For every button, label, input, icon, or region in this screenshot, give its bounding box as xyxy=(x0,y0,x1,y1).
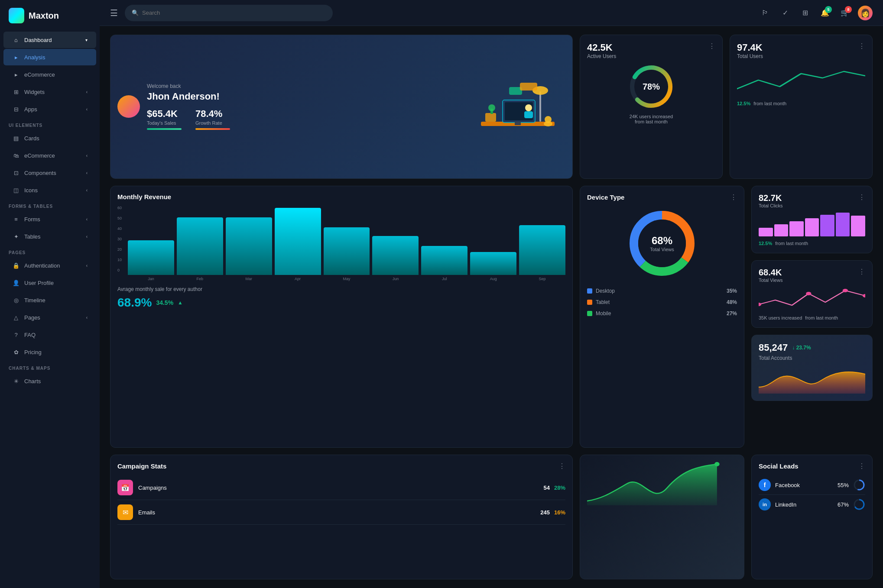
x-label: Mar xyxy=(226,277,272,281)
social-leads-title: Social Leads xyxy=(759,462,799,470)
sidebar-item-widgets[interactable]: ⊞ Widgets ‹ xyxy=(3,84,96,100)
sidebar-item-timeline[interactable]: ◎ Timeline xyxy=(3,292,96,308)
sidebar-item-user-profile[interactable]: 👤 User Profile xyxy=(3,275,96,291)
more-options-button[interactable]: ⋮ xyxy=(858,268,865,283)
card-header: Device Type ⋮ xyxy=(587,193,737,201)
chevron-left-icon: ‹ xyxy=(86,234,88,239)
more-options-button[interactable]: ⋮ xyxy=(858,462,865,470)
sidebar-item-ecommerce[interactable]: ▸ eCommerce xyxy=(3,66,96,83)
more-options-button[interactable]: ⋮ xyxy=(858,42,865,50)
grid-button[interactable]: ⊞ xyxy=(798,6,812,20)
device-legend: Desktop 35% Tablet 48% Mobile xyxy=(587,285,737,319)
x-label: Sep xyxy=(519,277,565,281)
sidebar-item-forms[interactable]: ≡ Forms ‹ xyxy=(3,211,96,227)
apps-icon: ⊟ xyxy=(12,105,20,113)
sidebar-item-authentication[interactable]: 🔒 Authentication ‹ xyxy=(3,257,96,274)
total-clicks-label: Total Clicks xyxy=(759,203,783,208)
sidebar-item-icons[interactable]: ◫ Icons ‹ xyxy=(3,182,96,198)
chevron-left-icon: ‹ xyxy=(86,171,88,175)
sidebar-item-ecommerce2[interactable]: 🛍 eCommerce ‹ xyxy=(3,147,96,164)
progress-ring-svg xyxy=(853,479,865,491)
svg-point-23 xyxy=(843,289,848,292)
device-type-title: Device Type xyxy=(587,194,624,201)
total-users-chart xyxy=(737,63,865,97)
sidebar-item-apps[interactable]: ⊟ Apps ‹ xyxy=(3,101,96,117)
sidebar-item-charts[interactable]: ✳ Charts xyxy=(3,373,96,389)
bar[interactable] xyxy=(226,217,272,275)
campaign-stats-card: Campaign Stats ⋮ 📅 Campaigns 54 28% xyxy=(110,455,573,579)
sidebar-item-components[interactable]: ⊡ Components ‹ xyxy=(3,165,96,181)
welcome-avatar xyxy=(117,95,140,118)
flag-button[interactable]: 🏳 xyxy=(758,6,772,20)
bar[interactable] xyxy=(372,236,419,275)
bar[interactable] xyxy=(128,240,174,275)
sidebar-item-cards[interactable]: ▤ Cards xyxy=(3,130,96,146)
shop-icon: 🛍 xyxy=(12,152,20,159)
growth-label: Growth Rate xyxy=(195,120,230,126)
bar[interactable] xyxy=(421,246,467,275)
total-views-chart xyxy=(759,287,865,311)
linkedin-label: LinkedIn xyxy=(775,501,796,508)
notification-button[interactable]: 🔔 5 xyxy=(818,6,832,20)
more-options-button[interactable]: ⋮ xyxy=(730,193,737,201)
bar[interactable] xyxy=(177,217,223,275)
welcome-stats: $65.4K Today's Sales 78.4% Growth Rate xyxy=(147,108,463,130)
svg-point-25 xyxy=(714,462,720,466)
mobile-dot xyxy=(587,311,592,316)
total-users-growth: 12.5% xyxy=(737,101,750,106)
bars-wrap: Jan Feb Mar Apr May Jun Jul Aug Sep xyxy=(128,206,565,281)
sidebar-item-faq[interactable]: ? FAQ xyxy=(3,326,96,343)
more-options-button[interactable]: ⋮ xyxy=(858,193,865,208)
metric-header: 97.4K Total Users ⋮ xyxy=(737,42,865,59)
linkedin-item: in LinkedIn 67% xyxy=(759,495,865,514)
line-chart-svg xyxy=(759,287,865,311)
lock-icon: 🔒 xyxy=(12,262,20,269)
sidebar-item-analysis[interactable]: ▸ Analysis xyxy=(3,49,96,65)
avatar-image: 👩 xyxy=(860,8,870,18)
timeline-icon: ◎ xyxy=(12,296,20,304)
bar[interactable] xyxy=(275,208,321,275)
bar[interactable] xyxy=(519,225,565,275)
campaigns-growth: 28% xyxy=(554,485,565,491)
sidebar-item-pages[interactable]: △ Pages ‹ xyxy=(3,309,96,326)
search-input[interactable] xyxy=(142,10,326,16)
bar[interactable] xyxy=(324,227,370,275)
chevron-down-icon: ▾ xyxy=(85,38,88,42)
tablet-pct: 48% xyxy=(727,299,737,305)
sidebar-item-dashboard[interactable]: ⌂ Dashboard ▾ xyxy=(3,32,96,48)
total-users-label: Total Users xyxy=(737,53,763,59)
x-label: Feb xyxy=(177,277,223,281)
bar[interactable] xyxy=(470,252,516,275)
mini-bar xyxy=(836,213,850,236)
bar-aug xyxy=(470,252,516,275)
components-icon: ⊡ xyxy=(12,169,20,177)
sidebar-item-pricing[interactable]: ✿ Pricing xyxy=(3,344,96,360)
clicks-growth: 12.5% xyxy=(759,241,772,246)
notification-badge: 5 xyxy=(825,6,832,13)
donut-percent: 68% xyxy=(650,235,674,247)
x-label: May xyxy=(324,277,370,281)
chevron-left-icon: ‹ xyxy=(86,90,88,94)
forms-tables-label: FORMS & TABLES xyxy=(0,199,100,210)
y-axis: 0 10 20 30 40 50 60 xyxy=(117,206,127,281)
cart-button[interactable]: 🛒 8 xyxy=(838,6,852,20)
monthly-growth: 34.5% xyxy=(156,299,173,306)
search-bar[interactable]: 🔍 xyxy=(125,5,333,21)
more-options-button[interactable]: ⋮ xyxy=(558,462,565,470)
growth-progress xyxy=(195,128,230,130)
cart-badge: 8 xyxy=(845,6,852,13)
menu-button[interactable]: ☰ xyxy=(110,8,118,18)
welcome-illustration xyxy=(470,76,565,137)
x-label: Jan xyxy=(128,277,174,281)
social-left: in LinkedIn xyxy=(759,498,796,510)
social-right: 55% xyxy=(838,479,865,491)
social-right: 67% xyxy=(838,498,865,510)
check-button[interactable]: ✓ xyxy=(778,6,792,20)
more-options-button[interactable]: ⋮ xyxy=(708,42,715,50)
user-avatar[interactable]: 👩 xyxy=(858,6,873,20)
tablet-legend: Tablet 48% xyxy=(587,297,737,308)
area-chart-svg xyxy=(587,462,737,514)
mini-bar-chart xyxy=(759,213,865,236)
emails-count: 245 xyxy=(540,509,550,516)
sidebar-item-tables[interactable]: ✦ Tables ‹ xyxy=(3,228,96,245)
